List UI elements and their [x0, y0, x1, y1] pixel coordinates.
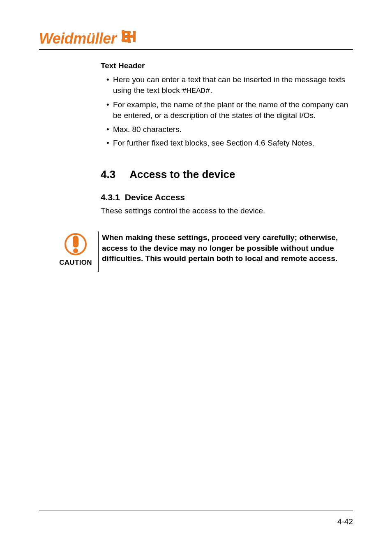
header-region: Weidmüller [0, 0, 392, 50]
brand-symbol-icon [120, 29, 138, 49]
section-number: 4.3 [101, 168, 115, 181]
text-header-bullets: Here you can enter a text that can be in… [101, 74, 353, 148]
subsection-intro: These settings control the access to the… [101, 206, 353, 216]
list-item: Here you can enter a text that can be in… [101, 74, 353, 96]
list-item: Max. 80 characters. [101, 124, 353, 135]
section-heading: 4.3 Access to the device [101, 168, 353, 181]
bullet-text: Max. 80 characters. [113, 125, 182, 134]
bullet-text: For example, the name of the plant or th… [113, 100, 348, 120]
svg-point-4 [73, 248, 78, 253]
bullet-text: For further fixed text blocks, see Secti… [113, 139, 314, 147]
brand-name: Weidmüller [39, 30, 116, 47]
bullet-text-prefix: Here you can enter a text that can be in… [113, 75, 345, 95]
bullet-code: #HEAD# [182, 86, 210, 95]
caution-block: CAUTION When making these settings, proc… [0, 231, 392, 272]
brand-logo: Weidmüller [39, 29, 353, 50]
text-header-title: Text Header [101, 61, 353, 70]
list-item: For further fixed text blocks, see Secti… [101, 138, 353, 148]
page-number: 4-42 [39, 517, 353, 526]
subsection-number: 4.3.1 [101, 192, 120, 202]
footer: 4-42 [39, 511, 353, 526]
main-content: Text Header Here you can enter a text th… [0, 61, 392, 216]
bullet-text-suffix: . [210, 86, 212, 95]
subsection-heading: 4.3.1Device Access [101, 192, 353, 202]
list-item: For example, the name of the plant or th… [101, 99, 353, 120]
caution-icon [64, 232, 88, 256]
section-title: Access to the device [129, 168, 235, 181]
subsection-title: Device Access [125, 192, 185, 202]
footer-divider [39, 511, 353, 511]
caution-text: When making these settings, proceed very… [98, 231, 353, 272]
caution-icon-area: CAUTION [0, 231, 98, 272]
svg-rect-3 [73, 236, 78, 247]
caution-label: CAUTION [53, 259, 98, 267]
